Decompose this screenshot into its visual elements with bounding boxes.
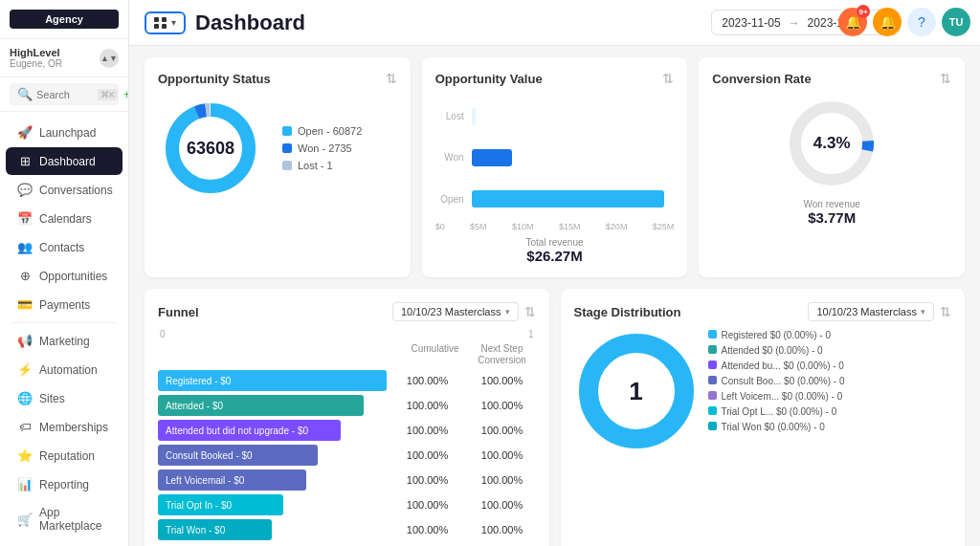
funnel-row: Trial Opt In - $0 100.00% 100.00% bbox=[158, 494, 536, 515]
sites-icon: 🌐 bbox=[17, 391, 33, 405]
sidebar-item-label: Automation bbox=[39, 363, 98, 377]
account-name: HighLevel bbox=[10, 47, 62, 58]
stage-content: 1 Registered $0 (0.00%) - 0 Attended $0 … bbox=[574, 329, 952, 453]
dashboard-selector[interactable]: ▾ bbox=[145, 11, 186, 34]
sidebar-item-memberships[interactable]: 🏷 Memberships bbox=[6, 413, 122, 441]
agency-logo: Agency bbox=[10, 10, 119, 29]
conversion-center: 4.3% bbox=[813, 134, 851, 153]
funnel-bar-area: Registered - $0 bbox=[158, 370, 387, 391]
topbar: ▾ Dashboard 2023-11-05 → 2023-12-05 📅 ✏️… bbox=[129, 0, 980, 46]
stage-center-value: 1 bbox=[629, 377, 642, 405]
stage-legend-label: Attended bu... $0 (0.00%) - 0 bbox=[722, 360, 844, 372]
sidebar-item-label: Reporting bbox=[39, 478, 89, 491]
notification-icon[interactable]: 🔔 9+ bbox=[838, 8, 867, 36]
sidebar-item-label: Memberships bbox=[39, 421, 108, 434]
conversion-donut: 4.3% bbox=[784, 96, 880, 191]
stage-legend-item: Trial Won $0 (0.00%) - 0 bbox=[708, 421, 952, 433]
stage-legend-item: Left Voicem... $0 (0.00%) - 0 bbox=[708, 390, 952, 403]
funnel-col-headers: Cumulative Next Step Conversion bbox=[158, 343, 536, 366]
scale-start: 0 bbox=[160, 329, 166, 339]
funnel-next-step: 100.00% bbox=[469, 499, 536, 511]
sidebar-item-automation[interactable]: ⚡ Automation bbox=[6, 356, 122, 383]
sidebar-item-conversations[interactable]: 💬 Conversations bbox=[6, 176, 122, 204]
stage-legend-item: Registered $0 (0.00%) - 0 bbox=[708, 329, 952, 341]
filter-icon[interactable]: ⇅ bbox=[662, 71, 674, 86]
sidebar-item-launchpad[interactable]: 🚀 Launchpad bbox=[6, 119, 122, 146]
sidebar-item-label: Reputation bbox=[39, 449, 95, 463]
automation-icon: ⚡ bbox=[17, 362, 33, 377]
search-input[interactable] bbox=[36, 89, 94, 100]
stage-title: Stage Distribution bbox=[574, 305, 681, 319]
sidebar-item-reputation[interactable]: ⭐ Reputation bbox=[6, 442, 122, 470]
arrow-icon: → bbox=[789, 16, 800, 30]
sidebar-item-label: Conversations bbox=[39, 184, 113, 197]
main-content: ▾ Dashboard 2023-11-05 → 2023-12-05 📅 ✏️… bbox=[129, 0, 980, 546]
sidebar-nav: 🚀 Launchpad ⊞ Dashboard 💬 Conversations … bbox=[0, 112, 128, 546]
sidebar-item-label: Payments bbox=[39, 298, 90, 312]
alert-icon[interactable]: 🔔 bbox=[873, 8, 902, 36]
sidebar-item-sites[interactable]: 🌐 Sites bbox=[6, 384, 122, 412]
funnel-next-step: 100.00% bbox=[469, 400, 536, 411]
funnel-cumulative: 100.00% bbox=[394, 499, 461, 511]
search-shortcut: ⌘K bbox=[98, 89, 118, 100]
stage-legend-item: Attended bu... $0 (0.00%) - 0 bbox=[708, 360, 952, 372]
stage-controls: 10/10/23 Masterclass ▾ ⇅ bbox=[808, 302, 951, 321]
help-icon[interactable]: ? bbox=[907, 8, 936, 36]
funnel-rows: Registered - $0 100.00% 100.00% Attended… bbox=[158, 370, 536, 540]
y-label-lost: Lost bbox=[435, 111, 464, 121]
card-header: Conversion Rate ⇅ bbox=[712, 71, 951, 86]
col-cumulative: Cumulative bbox=[402, 343, 469, 366]
opp-status-content: 63608 Open - 60872 Won - 2735 bbox=[158, 96, 397, 201]
funnel-row: Consult Booked - $0 100.00% 100.00% bbox=[158, 445, 536, 466]
legend-dot-open bbox=[282, 126, 292, 136]
sidebar-item-marketing[interactable]: 📢 Marketing bbox=[6, 327, 122, 355]
sidebar-item-calendars[interactable]: 📅 Calendars bbox=[6, 205, 122, 232]
sidebar-item-dashboard[interactable]: ⊞ Dashboard bbox=[6, 147, 122, 175]
funnel-bar: Left Voicemail - $0 bbox=[158, 470, 306, 491]
opportunity-status-card: Opportunity Status ⇅ bbox=[145, 57, 411, 277]
stage-filter-icon[interactable]: ⇅ bbox=[940, 304, 951, 319]
funnel-bar-area: Attended - $0 bbox=[158, 395, 387, 416]
filter-icon[interactable]: ⇅ bbox=[940, 71, 951, 86]
funnel-row: Attended - $0 100.00% 100.00% bbox=[158, 395, 536, 416]
card-header: Opportunity Value ⇅ bbox=[435, 71, 675, 86]
footer-label: Total revenue bbox=[435, 237, 675, 248]
sidebar-item-app-marketplace[interactable]: 🛒 App Marketplace bbox=[6, 499, 122, 539]
topbar-left: ▾ Dashboard bbox=[145, 11, 305, 35]
search-icon: 🔍 bbox=[17, 87, 33, 101]
sidebar-item-opportunities[interactable]: ⊕ Opportunities bbox=[6, 262, 122, 290]
marketing-icon: 📢 bbox=[17, 334, 33, 348]
funnel-next-step: 100.00% bbox=[469, 449, 536, 461]
stage-legend-item: Attended $0 (0.00%) - 0 bbox=[708, 344, 952, 357]
x-label-15: $15M bbox=[559, 222, 581, 231]
sidebar-item-payments[interactable]: 💳 Payments bbox=[6, 291, 122, 318]
sidebar-item-mobile-app[interactable]: 📱 Mobile App bbox=[6, 540, 122, 546]
sidebar-item-contacts[interactable]: 👥 Contacts bbox=[6, 233, 122, 261]
card-title: Opportunity Value bbox=[435, 72, 543, 86]
opp-value-footer: Total revenue $26.27M bbox=[435, 237, 675, 264]
user-avatar[interactable]: TU bbox=[942, 8, 970, 36]
y-label-open: Open bbox=[435, 194, 464, 205]
search-box[interactable]: 🔍 ⌘K + bbox=[10, 83, 119, 105]
funnel-dropdown[interactable]: 10/10/23 Masterclass ▾ bbox=[392, 302, 519, 321]
account-switcher[interactable]: HighLevel Eugene, OR ▲▼ bbox=[0, 39, 128, 77]
x-label-0: $0 bbox=[435, 222, 445, 231]
reporting-icon: 📊 bbox=[17, 477, 33, 491]
x-label-10: $10M bbox=[512, 222, 534, 231]
date-start: 2023-11-05 bbox=[722, 16, 780, 30]
legend-lost: Lost - 1 bbox=[282, 160, 362, 171]
funnel-filter-icon[interactable]: ⇅ bbox=[524, 304, 536, 319]
sidebar-header: Agency bbox=[0, 0, 128, 39]
sidebar-item-label: Dashboard bbox=[39, 155, 96, 168]
sidebar-item-reporting[interactable]: 📊 Reporting bbox=[6, 470, 122, 498]
funnel-next-step: 100.00% bbox=[469, 474, 536, 486]
x-label-20: $20M bbox=[606, 222, 628, 231]
chevron-down-icon: ▾ bbox=[505, 307, 510, 317]
page-title: Dashboard bbox=[195, 11, 305, 35]
scale-end: 1 bbox=[528, 329, 534, 339]
sidebar-item-label: Launchpad bbox=[39, 126, 96, 140]
stage-dropdown[interactable]: 10/10/23 Masterclass ▾ bbox=[808, 302, 934, 321]
empty-col bbox=[158, 343, 402, 366]
filter-icon[interactable]: ⇅ bbox=[386, 71, 397, 86]
bar-lost bbox=[472, 108, 476, 125]
